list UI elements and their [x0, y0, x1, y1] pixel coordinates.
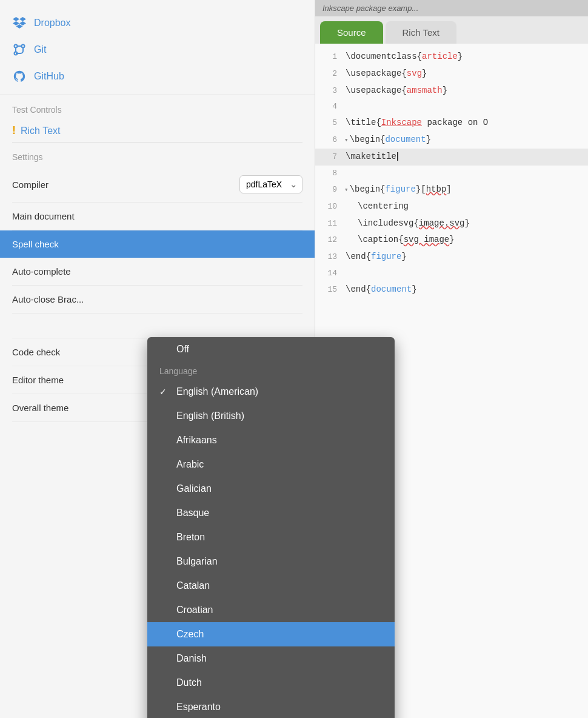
english-british-label: English (British) — [176, 411, 244, 421]
language-header-label: Language — [159, 366, 197, 376]
auto-complete-row[interactable]: Auto-complete — [12, 258, 302, 286]
dropdown-item-galician[interactable]: Galician — [147, 477, 395, 501]
off-label: Off — [176, 344, 189, 355]
compiler-row: Compiler pdfLaTeX LaTeX XeLaTeX LuaLaTeX — [12, 167, 302, 203]
catalan-label: Catalan — [176, 580, 210, 591]
code-check-label: Code check — [12, 347, 60, 357]
code-line-12: 12 \caption{svg image} — [315, 232, 588, 249]
editor-title-banner: Inkscape package examp... — [315, 0, 588, 16]
sidebar-nav: Dropbox Git GitHub — [0, 0, 315, 90]
code-line-2: 2 \usepackage{svg} — [315, 65, 588, 82]
tab-source[interactable]: Source — [320, 21, 383, 44]
dropbox-label: Dropbox — [34, 18, 70, 29]
dropdown-item-arabic[interactable]: Arabic — [147, 452, 395, 477]
arabic-label: Arabic — [176, 459, 204, 470]
rich-text-label: Rich Text — [21, 126, 61, 136]
overall-theme-label: Overall theme — [12, 403, 68, 413]
sidebar-item-richtext[interactable]: ! Rich Text — [0, 119, 315, 142]
code-line-6: 6 ▾ \begin{document} — [315, 132, 588, 149]
code-line-4: 4 — [315, 99, 588, 115]
dutch-label: Dutch — [176, 677, 202, 688]
dropdown-item-breton[interactable]: Breton — [147, 525, 395, 549]
code-line-11: 11 \includesvg{image.svg} — [315, 215, 588, 232]
git-icon — [12, 42, 27, 57]
code-line-7: 7 \maketitle — [315, 149, 588, 166]
english-american-label: English (American) — [176, 386, 258, 397]
svg-point-0 — [15, 45, 18, 48]
spacer-row — [12, 314, 302, 338]
spell-check-dropdown[interactable]: Off Language ✓ English (American) Englis… — [147, 337, 395, 718]
sidebar-item-github[interactable]: GitHub — [12, 63, 302, 90]
breton-label: Breton — [176, 532, 205, 543]
afrikaans-label: Afrikaans — [176, 435, 217, 446]
czech-label: Czech — [176, 629, 204, 640]
main-document-label: Main document — [12, 211, 75, 221]
code-line-3: 3 \usepackage{amsmath} — [315, 82, 588, 99]
dropdown-item-croatian[interactable]: Croatian — [147, 598, 395, 622]
main-document-row[interactable]: Main document — [12, 203, 302, 230]
galician-label: Galician — [176, 483, 212, 494]
dropbox-icon — [12, 16, 27, 30]
svg-point-1 — [22, 45, 25, 48]
auto-close-row[interactable]: Auto-close Brac... — [12, 286, 302, 314]
sidebar-item-git[interactable]: Git — [12, 36, 302, 63]
sidebar-item-dropbox[interactable]: Dropbox — [12, 10, 302, 36]
code-line-14: 14 — [315, 266, 588, 281]
code-line-10: 10 \centering — [315, 198, 588, 215]
dropdown-item-basque[interactable]: Basque — [147, 501, 395, 525]
exclamation-icon: ! — [12, 124, 16, 137]
bulgarian-label: Bulgarian — [176, 556, 218, 567]
editor-tabs: Source Rich Text — [315, 16, 588, 44]
compiler-select[interactable]: pdfLaTeX LaTeX XeLaTeX LuaLaTeX — [239, 175, 302, 193]
dropdown-item-afrikaans[interactable]: Afrikaans — [147, 428, 395, 452]
code-line-13: 13 \end{figure} — [315, 249, 588, 266]
code-line-9: 9 ▾ \begin{figure}[htbp] — [315, 181, 588, 198]
tab-richtext[interactable]: Rich Text — [386, 21, 456, 44]
dropdown-language-header: Language — [147, 361, 395, 380]
dropdown-item-dutch[interactable]: Dutch — [147, 671, 395, 695]
auto-complete-label: Auto-complete — [12, 266, 71, 277]
english-american-checkmark: ✓ — [159, 387, 169, 397]
settings-label: Settings — [12, 142, 302, 167]
dropdown-off[interactable]: Off — [147, 337, 395, 361]
compiler-select-wrapper[interactable]: pdfLaTeX LaTeX XeLaTeX LuaLaTeX — [239, 175, 302, 193]
code-line-5: 5 \title{Inkscape package on O — [315, 115, 588, 132]
test-controls-label: Test Controls — [0, 95, 315, 119]
spell-check-label: Spell check — [12, 239, 59, 249]
dropdown-item-bulgarian[interactable]: Bulgarian — [147, 549, 395, 574]
code-line-8: 8 — [315, 166, 588, 181]
auto-close-label: Auto-close Brac... — [12, 294, 84, 304]
spell-check-row[interactable]: Spell check — [0, 230, 315, 258]
danish-label: Danish — [176, 653, 207, 664]
esperanto-label: Esperanto — [176, 702, 221, 713]
editor-theme-label: Editor theme — [12, 375, 64, 385]
dropdown-item-esperanto[interactable]: Esperanto — [147, 695, 395, 718]
github-icon — [12, 69, 27, 84]
croatian-label: Croatian — [176, 605, 213, 616]
github-label: GitHub — [34, 71, 64, 82]
code-line-15: 15 \end{document} — [315, 281, 588, 298]
dropdown-item-czech[interactable]: Czech — [147, 622, 395, 646]
dropdown-item-english-british[interactable]: English (British) — [147, 404, 395, 428]
dropdown-item-english-american[interactable]: ✓ English (American) — [147, 380, 395, 404]
git-label: Git — [34, 44, 46, 55]
compiler-label: Compiler — [12, 180, 48, 190]
code-line-1: 1 \documentclass{article} — [315, 49, 588, 65]
dropdown-item-danish[interactable]: Danish — [147, 646, 395, 671]
basque-label: Basque — [176, 508, 209, 518]
dropdown-item-catalan[interactable]: Catalan — [147, 574, 395, 598]
